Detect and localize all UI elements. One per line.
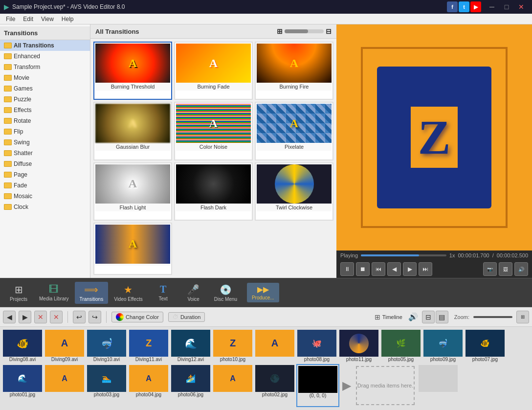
sidebar-item-transform[interactable]: Transform xyxy=(0,62,90,72)
list-view-icon[interactable]: ⊟ xyxy=(326,27,332,35)
youtube-icon[interactable]: ▶ xyxy=(470,1,481,12)
pause-button[interactable]: ⏸ xyxy=(340,262,354,276)
playing-status: Playing xyxy=(340,252,358,258)
sidebar-item-games[interactable]: Games xyxy=(0,83,90,94)
nav-back-button[interactable]: ◀ xyxy=(3,311,16,323)
prev-button[interactable]: ⏮ xyxy=(372,262,385,276)
list-item[interactable] xyxy=(418,364,459,407)
sidebar-item-fade[interactable]: Fade xyxy=(0,180,90,191)
next-button[interactable]: ⏭ xyxy=(419,262,432,276)
sidebar-item-movie[interactable]: Movie xyxy=(0,72,90,83)
list-item[interactable]: A xyxy=(44,364,85,407)
timeline-view[interactable]: ▤ xyxy=(436,311,448,323)
transition-burning-fire[interactable]: A Burning Fire xyxy=(255,42,333,100)
redo-button[interactable]: ↪ xyxy=(89,311,101,323)
list-item[interactable]: 🤿 Diving10.avi xyxy=(86,329,127,363)
duration-button[interactable]: ⏱ Duration xyxy=(168,312,205,322)
volume-button[interactable]: 🔊 xyxy=(514,262,528,276)
list-item[interactable]: photo11.jpg xyxy=(338,329,379,363)
drop-zone-label: Drag media items here. xyxy=(357,383,413,388)
list-item[interactable]: Z photo10.jpg xyxy=(212,329,253,363)
transitions-grid: A Burning Threshold A Burning Fade A Bur… xyxy=(90,39,336,278)
menu-edit[interactable]: Edit xyxy=(19,15,37,23)
transition-gaussian-blur[interactable]: A Gaussian Blur xyxy=(93,102,172,160)
toolbar-video-effects[interactable]: ★ Video Effects xyxy=(109,282,148,304)
list-item[interactable]: 🐠 photo07.jpg xyxy=(465,329,506,363)
drop-zone[interactable]: Drag media items here. xyxy=(356,366,415,405)
list-item[interactable]: A xyxy=(254,329,295,363)
maximize-button[interactable]: □ xyxy=(500,0,513,14)
grid-view-icon[interactable]: ⊞ xyxy=(277,27,283,35)
menu-help[interactable]: Help xyxy=(58,15,78,23)
fit-view-button[interactable]: ⊞ xyxy=(516,311,529,323)
volume-icon[interactable]: 🔊 xyxy=(408,312,418,321)
sidebar-item-mosaic[interactable]: Mosaic xyxy=(0,191,90,202)
list-item[interactable]: 🌿 photo05.jpg xyxy=(380,329,421,363)
stop-button[interactable]: ⏹ xyxy=(356,262,370,276)
sidebar-item-puzzle[interactable]: Puzzle xyxy=(0,94,90,105)
window-title: Sample Project.vep* - AVS Video Editor 8… xyxy=(12,3,125,10)
cancel-button[interactable]: ✕ xyxy=(50,311,63,323)
toolbar-voice[interactable]: 🎤 Voice xyxy=(179,282,208,304)
sidebar-item-flip[interactable]: Flip xyxy=(0,126,90,137)
list-item[interactable]: Z Diving11.avi xyxy=(128,329,169,363)
transition-burning-threshold[interactable]: A Burning Threshold xyxy=(93,42,172,100)
toolbar-text[interactable]: T Text xyxy=(149,282,178,303)
folder-icon xyxy=(4,204,12,210)
toolbar-disc-menu[interactable]: 💿 Disc Menu xyxy=(209,282,242,304)
change-color-button[interactable]: Change Color xyxy=(111,312,163,322)
transition-extra1[interactable]: A xyxy=(93,223,172,275)
sidebar-item-swing[interactable]: Swing xyxy=(0,137,90,148)
list-item[interactable]: 🌊 Diving12.avi xyxy=(170,329,211,363)
sidebar-item-all-transitions[interactable]: All Transitions xyxy=(0,40,90,51)
sidebar-item-clock[interactable]: Clock xyxy=(0,202,90,212)
list-item[interactable]: 🌊 photo01.jpg xyxy=(2,364,43,407)
zoom-slider[interactable] xyxy=(473,316,512,318)
timeline-view-button[interactable]: ⊞ Timeline xyxy=(375,313,402,321)
list-item[interactable]: 🐠 Diving08.avi xyxy=(2,329,43,363)
playback-progress[interactable] xyxy=(361,254,446,256)
list-item[interactable]: 🐙 photo08.jpg xyxy=(296,329,337,363)
sidebar-item-enhanced[interactable]: Enhanced xyxy=(0,51,90,62)
screenshot-button[interactable]: 📷 xyxy=(483,262,497,276)
close-button[interactable]: ✕ xyxy=(514,0,528,14)
delete-button[interactable]: ✕ xyxy=(34,311,47,323)
toolbar-produce[interactable]: ▶▶ Produce... xyxy=(247,283,279,302)
transition-pixelate[interactable]: A Pixelate xyxy=(255,102,333,160)
transition-twirl-clockwise[interactable]: Twirl Clockwise xyxy=(255,162,333,221)
list-item[interactable]: 🏊 photo03.jpg xyxy=(86,364,127,407)
undo-button[interactable]: ↩ xyxy=(73,311,86,323)
media-filename: Diving09.avi xyxy=(51,357,78,362)
menu-file[interactable]: File xyxy=(2,15,19,23)
transition-flash-light[interactable]: A Flash Light xyxy=(93,162,172,221)
sidebar-item-diffuse[interactable]: Diffuse xyxy=(0,159,90,169)
sidebar-item-page[interactable]: Page xyxy=(0,169,90,180)
sidebar-item-shatter[interactable]: Shatter xyxy=(0,148,90,159)
list-item[interactable]: A Diving09.avi xyxy=(44,329,85,363)
list-item[interactable]: (0, 0, 0) xyxy=(296,364,339,407)
storyboard-view[interactable]: ⊟ xyxy=(422,311,435,323)
next-frame-button[interactable]: ▶ xyxy=(403,262,417,276)
list-item[interactable]: 🤿 photo09.jpg xyxy=(422,329,464,363)
transition-flash-dark[interactable]: Flash Dark xyxy=(174,162,253,221)
list-item[interactable]: 🏄 photo06.jpg xyxy=(170,364,211,407)
facebook-icon[interactable]: f xyxy=(447,1,458,12)
prev-frame-button[interactable]: ◀ xyxy=(387,262,401,276)
minimize-button[interactable]: ─ xyxy=(485,0,499,14)
folder-icon xyxy=(4,150,12,156)
snapshot-button[interactable]: 🖼 xyxy=(499,262,512,276)
toolbar-media-library[interactable]: 🎞 Media Library xyxy=(34,282,74,303)
transition-burning-fade[interactable]: A Burning Fade xyxy=(174,42,253,100)
list-item[interactable]: A xyxy=(212,364,253,407)
toolbar-transitions[interactable]: ⟹ Transitions xyxy=(75,282,109,304)
menu-view[interactable]: View xyxy=(37,15,58,23)
nav-forward-button[interactable]: ▶ xyxy=(19,311,31,323)
sidebar-item-effects[interactable]: Effects xyxy=(0,105,90,115)
sidebar-item-rotate[interactable]: Rotate xyxy=(0,115,90,126)
twitter-icon[interactable]: t xyxy=(459,1,469,12)
toolbar-projects[interactable]: ⊞ Projects xyxy=(4,282,33,304)
transition-color-noise[interactable]: A Color Noise xyxy=(174,102,253,160)
list-item[interactable]: A photo04.jpg xyxy=(128,364,169,407)
media-library-icon: 🎞 xyxy=(49,284,59,295)
list-item[interactable]: 🌑 photo02.jpg xyxy=(254,364,295,407)
